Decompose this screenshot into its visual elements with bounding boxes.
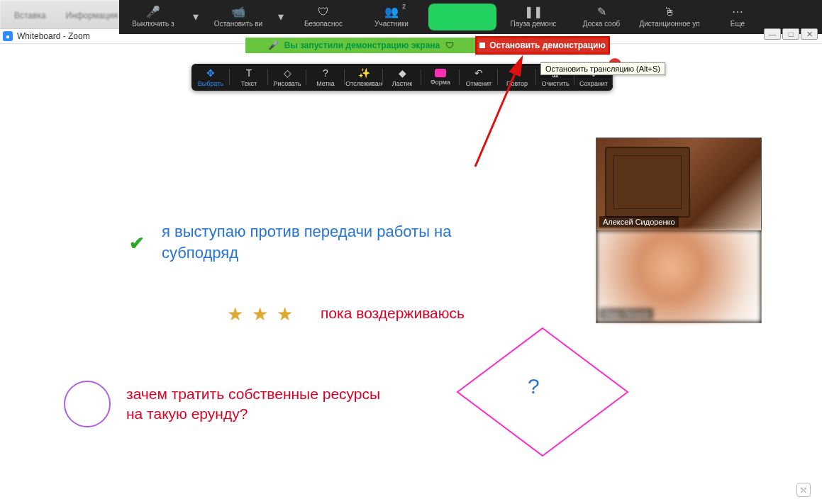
shield-icon: 🛡 — [445, 40, 454, 50]
stop-share-tooltip: Остановить трансляцию (Alt+S) — [540, 62, 665, 75]
text-tool[interactable]: TТекст — [230, 64, 268, 91]
stop-share-button[interactable]: Остановить демонстрацию — [477, 38, 609, 53]
question-mark-text: ? — [528, 374, 540, 398]
spotlight-tool-icon: ✨ — [358, 67, 370, 79]
new-share-button-icon: ⬆ — [458, 6, 467, 18]
participant-video-1[interactable]: Алексей Сидоренко — [596, 138, 761, 230]
eraser-tool-icon: ◆ — [399, 67, 406, 79]
video-menu-chevron-icon: ▾ — [278, 11, 284, 23]
eraser-tool[interactable]: ◆Ластик — [383, 64, 421, 91]
stop-video-button-icon: 📹 — [231, 6, 245, 18]
audio-menu-chevron-icon: ▾ — [193, 11, 199, 23]
select-tool[interactable]: ✥Выбрать — [191, 64, 230, 91]
screen-share-status-bar: 🎤 Вы запустили демонстрацию экрана 🛡 Ост… — [245, 38, 609, 53]
format-tool-icon — [435, 69, 446, 77]
draw-tool[interactable]: ◇Рисовать — [268, 64, 306, 91]
security-button-icon: 🛡 — [318, 6, 329, 18]
close-button[interactable]: ✕ — [801, 28, 818, 40]
stamp-tool-icon: ? — [323, 67, 328, 79]
mic-icon: 🎤 — [268, 40, 279, 50]
star-stamps: ★★★ — [227, 303, 301, 325]
whiteboard-text-1: я выступаю против передачи работы на суб… — [162, 221, 531, 263]
new-share-button[interactable]: ⬆Новая демонс — [428, 4, 496, 30]
participant-name-1: Алексей Сидоренко — [599, 216, 679, 228]
text-tool-icon: T — [246, 67, 252, 79]
whiteboard-button[interactable]: ✎Доска сооб — [567, 0, 635, 34]
more-button[interactable]: ⋯Еще — [704, 0, 772, 34]
stop-icon — [479, 43, 485, 48]
participants-button-icon: 👥 — [384, 6, 399, 18]
stop-video-button[interactable]: 📹Остановить ви — [204, 0, 272, 34]
participant-video-2[interactable]: Иван Петров — [596, 230, 761, 323]
spotlight-tool[interactable]: ✨Отслеживан — [345, 64, 383, 91]
more-button-icon: ⋯ — [732, 6, 743, 18]
checkmark-stamp: ✔ — [129, 233, 145, 254]
audio-menu-chevron[interactable]: ▾ — [187, 0, 204, 34]
circle-shape — [64, 381, 111, 427]
zoom-meeting-toolbar: 🎤Выключить з▾📹Остановить ви▾🛡Безопаснос👥… — [119, 0, 822, 34]
participants-video-panel[interactable]: Алексей Сидоренко Иван Петров — [596, 138, 762, 323]
pause-share-button[interactable]: ❚❚Пауза демонс — [499, 0, 567, 34]
maximize-button[interactable]: □ — [782, 28, 799, 40]
mute-audio-button[interactable]: 🎤Выключить з — [119, 0, 187, 34]
zoom-app-icon: ● — [3, 31, 13, 41]
stamp-tool[interactable]: ?Метка — [306, 64, 345, 91]
whiteboard-text-2: пока воздерживаюсь — [321, 305, 465, 322]
minimize-button[interactable]: — — [764, 28, 781, 40]
remote-control-button-icon: 🖱 — [664, 6, 675, 18]
draw-tool-icon: ◇ — [284, 67, 291, 79]
mute-audio-button-icon: 🎤 — [146, 6, 160, 18]
whiteboard-button-icon: ✎ — [597, 6, 606, 18]
svg-marker-1 — [457, 328, 628, 456]
remote-control-button[interactable]: 🖱Дистанционное уп — [635, 0, 704, 34]
add-annotation-button[interactable]: ⤲ — [796, 483, 811, 497]
whiteboard-text-3: зачем тратить собственные ресурсы на так… — [126, 384, 382, 425]
diamond-shape — [454, 325, 631, 459]
format-tool[interactable]: Форма — [421, 64, 460, 91]
window-title: Whiteboard - Zoom — [17, 31, 90, 41]
select-tool-icon: ✥ — [206, 67, 215, 79]
video-menu-chevron[interactable]: ▾ — [272, 0, 289, 34]
share-status-message: 🎤 Вы запустили демонстрацию экрана 🛡 — [245, 38, 477, 53]
pause-share-button-icon: ❚❚ — [524, 6, 543, 18]
participant-name-2: Иван Петров — [599, 308, 653, 320]
instruction-arrow — [461, 53, 539, 174]
svg-line-0 — [475, 59, 521, 167]
participants-button[interactable]: 👥Участники — [357, 0, 426, 34]
security-button[interactable]: 🛡Безопаснос — [289, 0, 357, 34]
window-controls: — □ ✕ — [764, 28, 818, 40]
